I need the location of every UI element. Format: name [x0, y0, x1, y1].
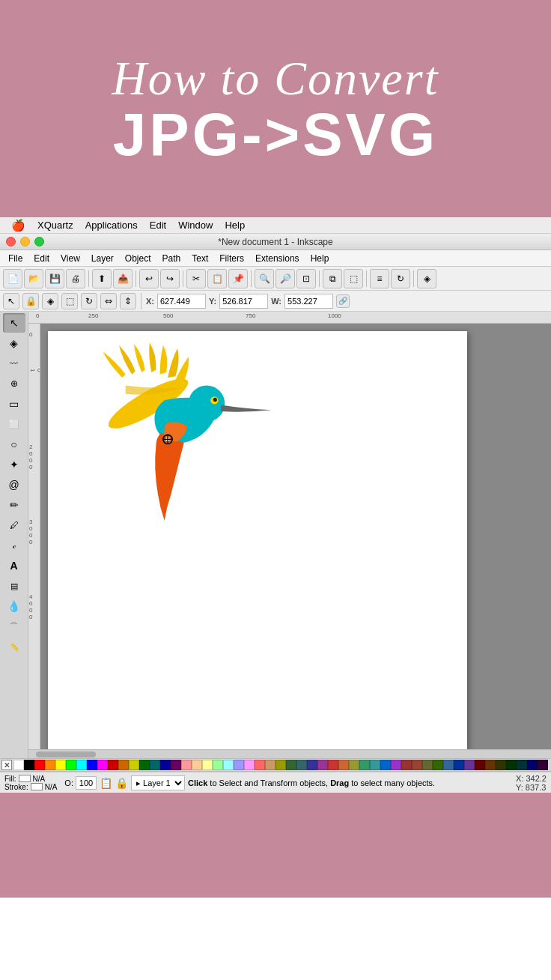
connector-tool-btn[interactable]: ⌒: [3, 617, 25, 636]
applications-menu[interactable]: Applications: [80, 217, 143, 234]
color-swatch[interactable]: [265, 760, 276, 770]
color-swatch[interactable]: [202, 760, 213, 770]
callig-tool-btn[interactable]: 𝒸: [3, 536, 25, 555]
lock-btn[interactable]: 🔒: [22, 293, 39, 309]
copy-button[interactable]: 📋: [207, 269, 227, 288]
color-swatch[interactable]: [139, 760, 150, 770]
gradient-tool-btn[interactable]: ▤: [3, 576, 25, 596]
color-swatch[interactable]: [181, 760, 192, 770]
apple-menu[interactable]: 🍎: [6, 217, 31, 234]
zoom-in-button[interactable]: 🔍: [255, 269, 274, 288]
help-menu[interactable]: Help: [305, 252, 335, 265]
color-swatch[interactable]: [349, 760, 359, 770]
opacity-input[interactable]: [76, 776, 97, 790]
color-swatch[interactable]: [87, 760, 97, 770]
color-swatch[interactable]: [464, 760, 475, 770]
edit-menu-mac[interactable]: Edit: [144, 217, 171, 234]
file-menu[interactable]: File: [3, 252, 28, 265]
extensions-menu[interactable]: Extensions: [250, 252, 305, 265]
color-swatch[interactable]: [97, 760, 108, 770]
import-button[interactable]: ⬆: [92, 269, 112, 288]
color-swatch[interactable]: [506, 760, 517, 770]
filters-menu[interactable]: Filters: [214, 252, 249, 265]
color-swatch[interactable]: [276, 760, 286, 770]
color-swatch[interactable]: [422, 760, 433, 770]
color-swatch[interactable]: [24, 760, 34, 770]
3dbox-tool-btn[interactable]: ⬜: [3, 414, 25, 434]
paste-button[interactable]: 📌: [228, 269, 248, 288]
color-swatch[interactable]: [338, 760, 349, 770]
new-button[interactable]: 📄: [3, 269, 22, 288]
close-button[interactable]: [6, 237, 16, 246]
color-swatch[interactable]: [45, 760, 55, 770]
w-input[interactable]: [284, 294, 333, 309]
pencil-tool-btn[interactable]: ✏: [3, 495, 25, 515]
cut-button[interactable]: ✂: [186, 269, 206, 288]
node-tool-btn[interactable]: ◈: [3, 333, 25, 353]
color-swatch[interactable]: [66, 760, 76, 770]
hummingbird-image[interactable]: [63, 339, 273, 548]
layer-selector[interactable]: ▸ Layer 1: [131, 775, 185, 790]
redo-button[interactable]: ↪: [160, 269, 180, 288]
maximize-button[interactable]: [34, 237, 44, 246]
path-menu[interactable]: Path: [157, 252, 186, 265]
color-swatch[interactable]: [307, 760, 317, 770]
color-swatch[interactable]: [485, 760, 496, 770]
no-color-button[interactable]: ✕: [1, 760, 12, 770]
tweak-tool-btn[interactable]: 〰: [3, 354, 25, 373]
zoom-fit-button[interactable]: ⊡: [296, 269, 316, 288]
zoom-tool-btn[interactable]: ⊕: [3, 374, 25, 393]
color-swatch[interactable]: [55, 760, 66, 770]
color-swatch[interactable]: [13, 760, 24, 770]
print-button[interactable]: 🖨: [66, 269, 85, 288]
lock-ratio-btn[interactable]: 🔗: [336, 294, 350, 308]
save-button[interactable]: 💾: [45, 269, 64, 288]
xquartz-menu[interactable]: XQuartz: [32, 217, 79, 234]
group-button[interactable]: ⬚: [344, 269, 363, 288]
object-menu[interactable]: Object: [120, 252, 156, 265]
color-swatch[interactable]: [496, 760, 506, 770]
color-swatch[interactable]: [328, 760, 338, 770]
layer-menu[interactable]: Layer: [86, 252, 119, 265]
color-swatch[interactable]: [129, 760, 139, 770]
y-input[interactable]: [219, 294, 268, 309]
color-swatch[interactable]: [527, 760, 538, 770]
canvas-scroll[interactable]: [40, 324, 551, 749]
text-menu[interactable]: Text: [186, 252, 213, 265]
lock-icon[interactable]: 🔒: [115, 777, 128, 789]
color-swatch[interactable]: [76, 760, 87, 770]
dropper-tool-btn[interactable]: 💧: [3, 596, 25, 616]
color-swatch[interactable]: [34, 760, 45, 770]
color-swatch[interactable]: [538, 760, 548, 770]
color-swatch[interactable]: [380, 760, 391, 770]
export-button[interactable]: 📤: [113, 269, 133, 288]
duplicate-button[interactable]: ⧉: [323, 269, 342, 288]
color-swatch[interactable]: [255, 760, 265, 770]
group-select-btn[interactable]: ⬚: [61, 293, 78, 309]
color-swatch[interactable]: [150, 760, 160, 770]
color-swatch[interactable]: [401, 760, 412, 770]
color-swatch[interactable]: [213, 760, 223, 770]
view-menu[interactable]: View: [55, 252, 85, 265]
window-menu[interactable]: Window: [173, 217, 218, 234]
color-swatch[interactable]: [118, 760, 129, 770]
select-tool-btn[interactable]: ↖: [3, 313, 25, 333]
flip-h-btn[interactable]: ⇔: [100, 293, 117, 309]
undo-button[interactable]: ↩: [139, 269, 159, 288]
spiral-tool-btn[interactable]: @: [3, 475, 25, 494]
color-swatch[interactable]: [108, 760, 118, 770]
color-swatch[interactable]: [160, 760, 171, 770]
color-swatch[interactable]: [517, 760, 527, 770]
scrollbar-thumb[interactable]: [36, 751, 96, 757]
open-button[interactable]: 📂: [24, 269, 43, 288]
minimize-button[interactable]: [20, 237, 30, 246]
help-menu-mac[interactable]: Help: [219, 217, 250, 234]
x-input[interactable]: [157, 294, 206, 309]
color-swatch[interactable]: [443, 760, 454, 770]
color-swatch[interactable]: [171, 760, 181, 770]
color-swatch[interactable]: [433, 760, 443, 770]
flip-v-btn[interactable]: ⇕: [120, 293, 136, 309]
color-swatch[interactable]: [223, 760, 234, 770]
horizontal-scrollbar[interactable]: [28, 749, 551, 758]
nodes-btn[interactable]: ◈: [42, 293, 58, 309]
